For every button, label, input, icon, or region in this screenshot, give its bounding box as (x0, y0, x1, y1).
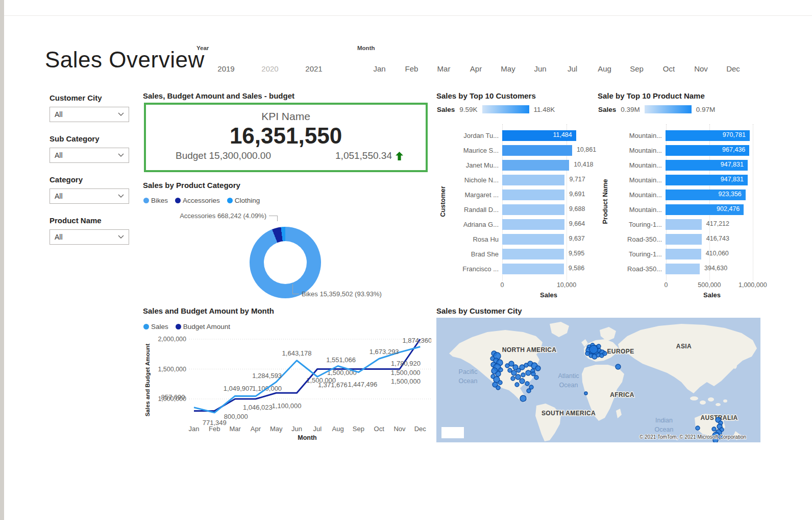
filter-panel: Customer CityAllSub CategoryAllCategoryA… (50, 93, 129, 257)
month-option[interactable]: Nov (685, 64, 717, 73)
line-chart: 1,000,0001,500,0002,000,000JanFebMarAprM… (144, 331, 431, 450)
leader-line (292, 284, 293, 294)
legend-item-accessories[interactable]: Accessories (175, 197, 220, 204)
legend-dot-icon (143, 198, 149, 203)
bar-row: Brad She9,595 (436, 247, 595, 262)
legend-item-clothing[interactable]: Clothing (227, 197, 260, 204)
legend-min: 9.59K (459, 106, 477, 113)
city-bubble[interactable] (498, 381, 502, 385)
bar-row: Mountain...923,356 (598, 187, 757, 202)
donut-chart[interactable] (250, 227, 321, 298)
x-tick-label: Dec (414, 425, 427, 433)
city-bubble[interactable] (511, 370, 516, 375)
customer-bar[interactable] (502, 249, 564, 259)
city-bubble[interactable] (584, 392, 587, 395)
city-bubble[interactable] (531, 372, 535, 376)
sales-data-label: 771,349 (203, 419, 227, 427)
month-option[interactable]: Jun (524, 64, 556, 73)
month-option[interactable]: Aug (588, 64, 621, 73)
city-bubble[interactable] (496, 371, 501, 376)
month-option[interactable]: Oct (653, 64, 685, 73)
year-option[interactable]: 2020 (248, 64, 292, 73)
customers-chart-title: Sales by Top 10 Customers (436, 91, 596, 100)
city-bubble[interactable] (616, 364, 621, 369)
year-option[interactable]: 2021 (292, 64, 336, 73)
month-option[interactable]: Jul (556, 64, 588, 73)
sales-data-label: 1,874,360 (402, 337, 431, 344)
month-option[interactable]: Feb (396, 64, 428, 73)
filter-dropdown-category[interactable]: All (50, 188, 129, 204)
line-legend: SalesBudget Amount (143, 323, 230, 330)
value-label: 9,637 (569, 235, 584, 242)
city-bubble[interactable] (529, 385, 533, 389)
filter-dropdown-customer-city[interactable]: All (50, 107, 129, 122)
year-option[interactable]: 2019 (204, 64, 248, 73)
city-bubble[interactable] (515, 374, 521, 380)
product-bar[interactable] (666, 219, 702, 230)
city-bubble[interactable] (511, 376, 515, 381)
kpi-card[interactable]: KPI Name 16,351,550 Budget 15,300,000.00… (144, 103, 428, 172)
bar-track: 9,637 (502, 234, 595, 245)
x-tick-label: 500,000 (698, 281, 721, 289)
customer-bar[interactable] (502, 145, 572, 156)
value-label: 9,586 (569, 265, 584, 272)
customer-bar[interactable] (502, 160, 569, 171)
customer-bar[interactable] (502, 219, 564, 230)
filter-dropdown-product-name[interactable]: All (50, 229, 129, 245)
city-bubble[interactable] (603, 351, 607, 356)
x-tick-label: Apr (251, 425, 261, 433)
sales-data-label: 1,643,178 (282, 349, 312, 357)
month-option[interactable]: Sep (621, 64, 653, 73)
city-bubble[interactable] (515, 383, 519, 387)
customer-bar[interactable] (502, 204, 564, 215)
x-tick-label: Mar (229, 425, 241, 433)
customer-bar[interactable] (502, 264, 564, 274)
city-bubble[interactable] (696, 426, 700, 430)
product-bar[interactable] (666, 249, 701, 259)
category-label: Maurice S... (436, 147, 499, 154)
bar-row: Francisco ...9,586 (436, 262, 595, 276)
city-bubble[interactable] (585, 351, 589, 356)
month-option[interactable]: Jan (363, 64, 396, 73)
customer-bar[interactable] (502, 234, 564, 245)
customer-bar[interactable] (502, 175, 564, 185)
month-option[interactable]: May (492, 64, 524, 73)
bar-row: Mountain...967,436 (598, 143, 757, 158)
city-bubble[interactable] (496, 386, 500, 390)
kpi-value: 16,351,550 (230, 124, 342, 148)
city-bubble[interactable] (520, 379, 525, 384)
continent-label: AFRICA (610, 391, 634, 398)
city-bubble[interactable] (520, 395, 526, 401)
month-slicer: JanFebMarAprMayJunJulAugSepOctNovDec (363, 64, 749, 73)
month-option[interactable]: Dec (717, 64, 749, 73)
bar-row: Road-350...394,630 (598, 262, 757, 276)
legend-item-budget-amount[interactable]: Budget Amount (176, 323, 230, 330)
city-bubble[interactable] (712, 427, 716, 431)
value-label: 417,212 (706, 220, 729, 227)
city-bubble[interactable] (526, 370, 531, 375)
customer-bar[interactable] (502, 190, 564, 200)
bar-track: 902,476 (666, 204, 757, 215)
city-bubble[interactable] (521, 373, 525, 377)
city-bubble[interactable] (534, 375, 538, 380)
sales-data-label: 857,690 (161, 393, 185, 401)
x-tick-label: Jul (313, 425, 322, 433)
year-slicer-label: Year (196, 45, 209, 51)
city-bubble[interactable] (509, 361, 514, 366)
world-map[interactable]: PacificOceanAtlanticOceanIndianOceanNORT… (436, 318, 760, 442)
product-bar[interactable] (666, 234, 702, 245)
products-chart-title: Sale by Top 10 Product Name (598, 91, 761, 100)
city-bubble[interactable] (527, 389, 531, 393)
city-bubble[interactable] (589, 345, 598, 353)
month-option[interactable]: Apr (460, 64, 492, 73)
legend-item-bikes[interactable]: Bikes (143, 197, 168, 204)
product-bar[interactable] (666, 264, 700, 274)
filter-dropdown-sub-category[interactable]: All (50, 148, 129, 163)
bar-track: 947,831 (666, 160, 757, 171)
month-option[interactable]: Mar (428, 64, 460, 73)
chevron-down-icon (118, 235, 124, 239)
city-bubble[interactable] (535, 366, 540, 371)
value-label: 970,781 (723, 131, 746, 138)
value-label: 947,831 (721, 161, 744, 168)
city-bubble[interactable] (525, 382, 529, 386)
